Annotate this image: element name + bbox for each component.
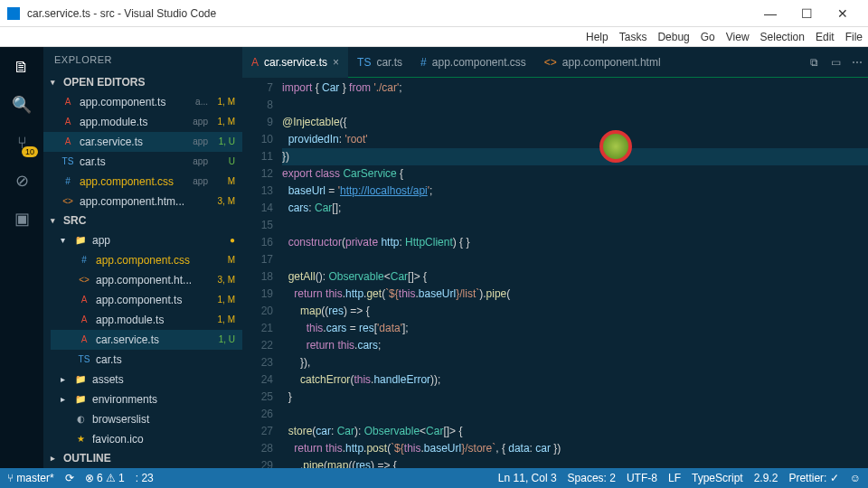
menu-view[interactable]: View <box>726 31 750 43</box>
tab-app-component-html[interactable]: <>app.component.html <box>535 47 670 78</box>
tab-app-component-css[interactable]: #app.component.css <box>411 47 535 78</box>
file-app-component-ts[interactable]: Aapp.component.tsa...1, M <box>43 92 242 112</box>
sidebar-title: EXPLORER <box>43 47 242 73</box>
file-label: app.module.ts <box>80 116 184 128</box>
outline-header[interactable]: OUTLINE <box>43 449 242 468</box>
file-icon: TS <box>61 156 74 166</box>
indent[interactable]: Spaces: 2 <box>568 472 616 484</box>
file-label: app.module.ts <box>96 314 208 326</box>
file-icon: TS <box>357 56 371 69</box>
file-app-component-ts[interactable]: Aapp.component.ts1, M <box>51 290 242 310</box>
file-status: M <box>213 176 235 186</box>
file-car-service-ts[interactable]: Acar.service.tsapp1, U <box>43 132 242 152</box>
file-icon: <> <box>61 196 74 206</box>
line-info: : 23 <box>136 472 154 484</box>
close-button[interactable]: ✕ <box>825 6 861 21</box>
menu-debug[interactable]: Debug <box>657 31 689 43</box>
menu-file[interactable]: File <box>845 31 863 43</box>
file-app-component-ht-[interactable]: <>app.component.ht...3, M <box>51 270 242 290</box>
sidebar: EXPLORER OPEN EDITORS Aapp.component.tsa… <box>43 47 242 468</box>
file-app-module-ts[interactable]: Aapp.module.ts1, M <box>51 310 242 330</box>
menu-go[interactable]: Go <box>701 31 715 43</box>
file-status: M <box>213 255 235 265</box>
file-favicon.ico[interactable]: ★favicon.ico <box>43 429 242 449</box>
tab-car-service-ts[interactable]: Acar.service.ts× <box>242 47 348 78</box>
menu-bar: HelpTasksDebugGoViewSelectionEditFile <box>0 27 868 47</box>
line-gutter: 7891011121314151617181920212223242526272… <box>242 78 282 468</box>
tab-label: app.component.css <box>432 56 526 69</box>
explorer-icon[interactable]: 🗎 <box>11 56 33 78</box>
close-tab-icon[interactable]: × <box>333 56 339 69</box>
file-icon: A <box>61 136 74 146</box>
layout-icon[interactable]: ▭ <box>825 56 846 69</box>
open-editors-header[interactable]: OPEN EDITORS <box>43 73 242 92</box>
file-label: app.component.ts <box>96 294 208 306</box>
file-status: U <box>213 156 235 166</box>
file-icon: # <box>61 176 74 186</box>
extensions-icon[interactable]: ▣ <box>11 208 33 230</box>
ts-version[interactable]: 2.9.2 <box>754 472 778 484</box>
eol[interactable]: LF <box>668 472 681 484</box>
tab-car-ts[interactable]: TScar.ts <box>348 47 411 78</box>
file-icon: A <box>78 314 90 324</box>
tab-label: app.component.html <box>562 56 661 69</box>
file-car-ts[interactable]: TScar.ts <box>51 350 242 370</box>
file-app-component-css[interactable]: #app.component.cssappM <box>43 172 242 192</box>
feedback-icon[interactable]: ☺ <box>850 472 861 484</box>
folder-app[interactable]: ▾📁app● <box>43 230 242 250</box>
git-sync[interactable]: ⟳ <box>65 472 74 484</box>
file-status: 1, U <box>213 136 235 146</box>
file-label: car.ts <box>96 353 235 366</box>
file-environments[interactable]: ▸📁environments <box>43 389 242 409</box>
file-label: app.component.htm... <box>80 195 208 208</box>
tab-label: car.ts <box>376 56 402 69</box>
file-car-service-ts[interactable]: Acar.service.ts1, U <box>51 330 242 350</box>
file-status: 3, M <box>213 275 235 285</box>
file-label: app.component.ht... <box>96 274 208 286</box>
code-editor[interactable]: 7891011121314151617181920212223242526272… <box>242 78 868 468</box>
file-app-component-htm-[interactable]: <>app.component.htm...3, M <box>43 192 242 211</box>
file-browserslist[interactable]: ◐browserslist <box>43 409 242 429</box>
file-status: 3, M <box>213 196 235 206</box>
file-status: 1, M <box>213 295 235 305</box>
file-app-component-css[interactable]: #app.component.cssM <box>51 250 242 270</box>
menu-selection[interactable]: Selection <box>760 31 805 43</box>
file-label: car.ts <box>80 155 184 168</box>
more-icon[interactable]: ⋯ <box>846 56 868 69</box>
file-status: 1, M <box>213 97 235 107</box>
encoding[interactable]: UTF-8 <box>627 472 657 484</box>
file-icon: TS <box>78 354 90 364</box>
file-car-ts[interactable]: TScar.tsappU <box>43 152 242 172</box>
src-header[interactable]: SRC <box>43 211 242 230</box>
file-icon: # <box>78 255 90 265</box>
editor-area: Acar.service.ts×TScar.ts#app.component.c… <box>242 47 868 468</box>
file-icon: A <box>251 56 259 69</box>
prettier[interactable]: Prettier: ✓ <box>788 472 838 484</box>
file-assets[interactable]: ▸📁assets <box>43 370 242 389</box>
code-lines[interactable]: import { Car } from './car';@Injectable(… <box>282 78 868 468</box>
search-icon[interactable]: 🔍 <box>11 94 33 116</box>
title-bar: car.service.ts - src - Visual Studio Cod… <box>0 0 868 27</box>
cursor-position[interactable]: Ln 11, Col 3 <box>498 472 557 484</box>
file-label: car.service.ts <box>80 136 184 148</box>
menu-help[interactable]: Help <box>586 31 609 43</box>
menu-edit[interactable]: Edit <box>816 31 835 43</box>
file-label: app.component.css <box>96 254 208 267</box>
vscode-icon <box>7 7 20 20</box>
menu-tasks[interactable]: Tasks <box>619 31 647 43</box>
file-app-module-ts[interactable]: Aapp.module.tsapp1, M <box>43 112 242 132</box>
file-icon: A <box>78 295 90 305</box>
problems[interactable]: ⊗ 6 ⚠ 1 <box>85 472 125 484</box>
file-icon: <> <box>544 56 557 69</box>
debug-icon[interactable]: ⊘ <box>11 170 33 192</box>
file-icon: # <box>420 56 427 69</box>
file-icon: A <box>78 334 90 344</box>
split-editor-icon[interactable]: ⧉ <box>803 56 825 69</box>
language[interactable]: TypeScript <box>692 472 743 484</box>
file-status: 1, M <box>213 314 235 324</box>
maximize-button[interactable]: ☐ <box>788 6 825 21</box>
minimize-button[interactable]: — <box>752 6 788 21</box>
file-label: app.component.ts <box>80 96 186 108</box>
git-branch[interactable]: ⑂ master* <box>7 472 54 484</box>
scm-icon[interactable]: ⑂ <box>11 132 33 154</box>
